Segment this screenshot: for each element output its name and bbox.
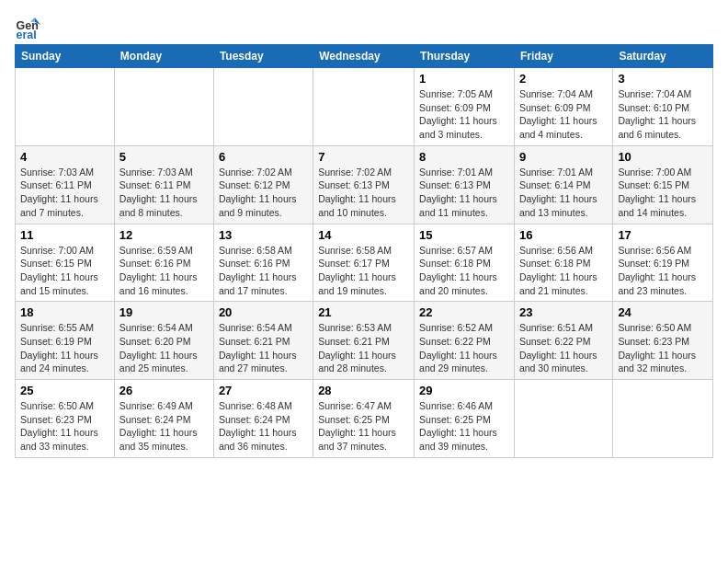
day-cell: 9Sunrise: 7:01 AM Sunset: 6:14 PM Daylig… — [514, 145, 612, 224]
week-row-5: 25Sunrise: 6:50 AM Sunset: 6:23 PM Dayli… — [16, 380, 713, 458]
day-cell: 6Sunrise: 7:02 AM Sunset: 6:12 PM Daylig… — [213, 145, 313, 224]
day-cell: 28Sunrise: 6:47 AM Sunset: 6:25 PM Dayli… — [313, 380, 415, 458]
day-cell: 12Sunrise: 6:59 AM Sunset: 6:16 PM Dayli… — [114, 224, 213, 302]
logo: Gen eral — [15, 15, 42, 40]
day-cell: 2Sunrise: 7:04 AM Sunset: 6:09 PM Daylig… — [514, 68, 612, 146]
day-cell: 24Sunrise: 6:50 AM Sunset: 6:23 PM Dayli… — [613, 302, 713, 380]
day-info: Sunrise: 7:04 AM Sunset: 6:10 PM Dayligh… — [618, 87, 708, 142]
day-number: 3 — [618, 72, 708, 86]
day-info: Sunrise: 7:01 AM Sunset: 6:13 PM Dayligh… — [419, 166, 509, 220]
day-number: 11 — [20, 228, 109, 242]
day-cell — [313, 68, 415, 146]
day-number: 4 — [20, 150, 109, 164]
day-number: 12 — [119, 228, 209, 242]
svg-text:eral: eral — [17, 29, 37, 40]
day-number: 20 — [219, 305, 308, 319]
day-cell: 5Sunrise: 7:03 AM Sunset: 6:11 PM Daylig… — [114, 145, 213, 224]
page-header: Gen eral — [15, 15, 713, 40]
day-info: Sunrise: 6:57 AM Sunset: 6:18 PM Dayligh… — [419, 244, 509, 298]
col-header-wednesday: Wednesday — [313, 45, 415, 68]
day-number: 19 — [119, 305, 209, 319]
day-info: Sunrise: 6:48 AM Sunset: 6:24 PM Dayligh… — [219, 399, 308, 454]
day-cell: 23Sunrise: 6:51 AM Sunset: 6:22 PM Dayli… — [514, 302, 612, 380]
day-number: 17 — [618, 228, 708, 242]
day-info: Sunrise: 6:49 AM Sunset: 6:24 PM Dayligh… — [119, 399, 209, 454]
day-cell: 7Sunrise: 7:02 AM Sunset: 6:13 PM Daylig… — [313, 145, 415, 224]
day-number: 13 — [219, 228, 308, 242]
day-cell: 3Sunrise: 7:04 AM Sunset: 6:10 PM Daylig… — [613, 68, 713, 146]
col-header-thursday: Thursday — [415, 45, 515, 68]
day-info: Sunrise: 6:56 AM Sunset: 6:19 PM Dayligh… — [618, 244, 708, 298]
day-info: Sunrise: 7:00 AM Sunset: 6:15 PM Dayligh… — [20, 244, 109, 298]
day-number: 10 — [618, 150, 708, 164]
day-info: Sunrise: 6:58 AM Sunset: 6:16 PM Dayligh… — [219, 244, 308, 298]
day-info: Sunrise: 7:02 AM Sunset: 6:12 PM Dayligh… — [219, 166, 308, 220]
day-number: 16 — [519, 228, 608, 242]
day-number: 29 — [419, 384, 509, 397]
week-row-4: 18Sunrise: 6:55 AM Sunset: 6:19 PM Dayli… — [16, 302, 713, 380]
day-cell: 4Sunrise: 7:03 AM Sunset: 6:11 PM Daylig… — [16, 145, 115, 224]
day-info: Sunrise: 6:53 AM Sunset: 6:21 PM Dayligh… — [318, 321, 409, 375]
day-cell: 15Sunrise: 6:57 AM Sunset: 6:18 PM Dayli… — [415, 224, 515, 302]
day-number: 25 — [20, 384, 109, 397]
day-number: 24 — [618, 305, 708, 319]
day-cell — [114, 68, 213, 146]
day-info: Sunrise: 7:03 AM Sunset: 6:11 PM Dayligh… — [20, 166, 109, 220]
day-number: 7 — [318, 150, 409, 164]
day-cell: 22Sunrise: 6:52 AM Sunset: 6:22 PM Dayli… — [415, 302, 515, 380]
day-cell — [514, 380, 612, 458]
day-cell: 26Sunrise: 6:49 AM Sunset: 6:24 PM Dayli… — [114, 380, 213, 458]
day-cell: 8Sunrise: 7:01 AM Sunset: 6:13 PM Daylig… — [415, 145, 515, 224]
col-header-friday: Friday — [514, 45, 612, 68]
day-number: 28 — [318, 384, 409, 397]
day-number: 1 — [419, 72, 509, 86]
day-info: Sunrise: 6:54 AM Sunset: 6:21 PM Dayligh… — [219, 321, 308, 375]
day-cell — [16, 68, 115, 146]
week-row-2: 4Sunrise: 7:03 AM Sunset: 6:11 PM Daylig… — [16, 145, 713, 224]
day-info: Sunrise: 6:50 AM Sunset: 6:23 PM Dayligh… — [20, 399, 109, 454]
day-info: Sunrise: 6:46 AM Sunset: 6:25 PM Dayligh… — [419, 399, 509, 454]
day-cell: 17Sunrise: 6:56 AM Sunset: 6:19 PM Dayli… — [613, 224, 713, 302]
day-info: Sunrise: 6:56 AM Sunset: 6:18 PM Dayligh… — [519, 244, 608, 298]
day-number: 22 — [419, 305, 509, 319]
day-cell: 21Sunrise: 6:53 AM Sunset: 6:21 PM Dayli… — [313, 302, 415, 380]
day-number: 15 — [419, 228, 509, 242]
day-info: Sunrise: 6:47 AM Sunset: 6:25 PM Dayligh… — [318, 399, 409, 454]
day-cell: 27Sunrise: 6:48 AM Sunset: 6:24 PM Dayli… — [213, 380, 313, 458]
day-cell: 29Sunrise: 6:46 AM Sunset: 6:25 PM Dayli… — [415, 380, 515, 458]
day-cell: 14Sunrise: 6:58 AM Sunset: 6:17 PM Dayli… — [313, 224, 415, 302]
day-info: Sunrise: 6:59 AM Sunset: 6:16 PM Dayligh… — [119, 244, 209, 298]
day-cell: 18Sunrise: 6:55 AM Sunset: 6:19 PM Dayli… — [16, 302, 115, 380]
day-info: Sunrise: 6:52 AM Sunset: 6:22 PM Dayligh… — [419, 321, 509, 375]
day-number: 5 — [119, 150, 209, 164]
day-number: 6 — [219, 150, 308, 164]
day-number: 8 — [419, 150, 509, 164]
day-cell: 10Sunrise: 7:00 AM Sunset: 6:15 PM Dayli… — [613, 145, 713, 224]
day-cell: 16Sunrise: 6:56 AM Sunset: 6:18 PM Dayli… — [514, 224, 612, 302]
day-info: Sunrise: 7:01 AM Sunset: 6:14 PM Dayligh… — [519, 166, 608, 220]
day-cell: 20Sunrise: 6:54 AM Sunset: 6:21 PM Dayli… — [213, 302, 313, 380]
day-number: 21 — [318, 305, 409, 319]
day-info: Sunrise: 6:50 AM Sunset: 6:23 PM Dayligh… — [618, 321, 708, 375]
calendar-header: SundayMondayTuesdayWednesdayThursdayFrid… — [16, 45, 713, 68]
day-info: Sunrise: 6:54 AM Sunset: 6:20 PM Dayligh… — [119, 321, 209, 375]
day-info: Sunrise: 7:04 AM Sunset: 6:09 PM Dayligh… — [519, 87, 608, 142]
calendar-table: SundayMondayTuesdayWednesdayThursdayFrid… — [15, 44, 713, 458]
day-info: Sunrise: 6:55 AM Sunset: 6:19 PM Dayligh… — [20, 321, 109, 375]
week-row-1: 1Sunrise: 7:05 AM Sunset: 6:09 PM Daylig… — [16, 68, 713, 146]
day-number: 27 — [219, 384, 308, 397]
day-number: 2 — [519, 72, 608, 86]
day-cell — [213, 68, 313, 146]
col-header-sunday: Sunday — [16, 45, 115, 68]
day-number: 23 — [519, 305, 608, 319]
day-cell — [613, 380, 713, 458]
day-info: Sunrise: 7:00 AM Sunset: 6:15 PM Dayligh… — [618, 166, 708, 220]
day-number: 9 — [519, 150, 608, 164]
day-cell: 25Sunrise: 6:50 AM Sunset: 6:23 PM Dayli… — [16, 380, 115, 458]
day-info: Sunrise: 6:58 AM Sunset: 6:17 PM Dayligh… — [318, 244, 409, 298]
day-number: 26 — [119, 384, 209, 397]
day-cell: 13Sunrise: 6:58 AM Sunset: 6:16 PM Dayli… — [213, 224, 313, 302]
day-number: 14 — [318, 228, 409, 242]
col-header-saturday: Saturday — [613, 45, 713, 68]
day-info: Sunrise: 7:03 AM Sunset: 6:11 PM Dayligh… — [119, 166, 209, 220]
